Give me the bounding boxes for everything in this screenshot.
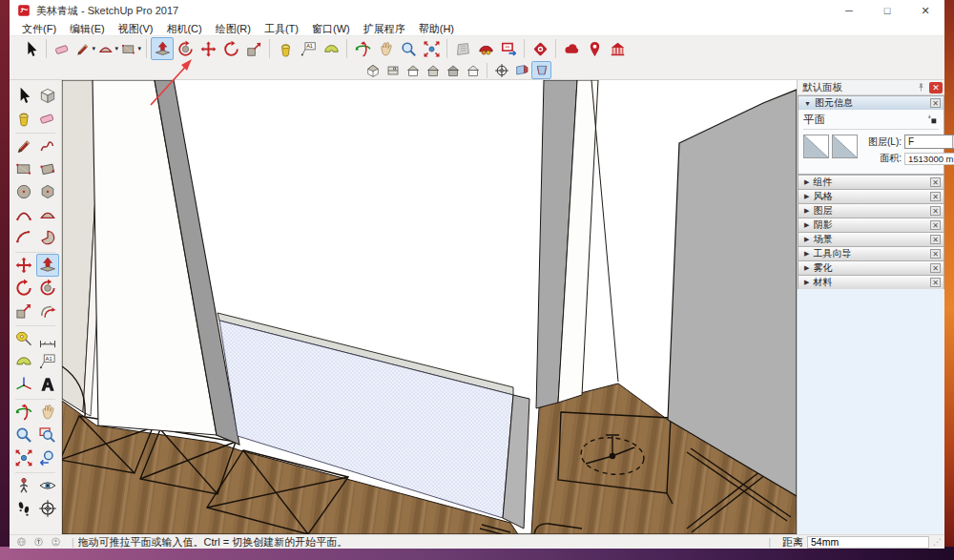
protractor-tool-icon[interactable] bbox=[320, 37, 342, 60]
left-view-icon[interactable] bbox=[463, 61, 483, 79]
previous-view-tool-icon[interactable] bbox=[36, 446, 59, 469]
make-component-icon[interactable] bbox=[36, 84, 59, 107]
panel-section-layers[interactable]: ▶图层✕ bbox=[798, 203, 944, 218]
text-tool-icon[interactable] bbox=[36, 350, 59, 373]
panel-section-shadows[interactable]: ▶阴影✕ bbox=[798, 218, 944, 232]
follow-me-tool-icon[interactable] bbox=[174, 37, 197, 60]
freehand-tool-icon[interactable] bbox=[36, 135, 59, 157]
line-tool-icon[interactable] bbox=[12, 135, 35, 157]
zoom-tool-icon[interactable] bbox=[12, 424, 35, 446]
tray-close-button[interactable]: ✕ bbox=[929, 82, 943, 93]
tape-measure-tool-icon[interactable] bbox=[12, 327, 35, 350]
circle-tool-icon[interactable] bbox=[12, 180, 35, 203]
toggle-details-icon[interactable] bbox=[926, 114, 939, 126]
three-point-arc-tool-icon[interactable] bbox=[12, 226, 35, 249]
walk-tool-icon[interactable] bbox=[12, 497, 35, 520]
menu-tools[interactable]: 工具(T) bbox=[258, 21, 305, 36]
panel-section-fog[interactable]: ▶雾化✕ bbox=[798, 260, 944, 275]
section-close-icon[interactable]: ✕ bbox=[930, 263, 941, 273]
entity-info-close-icon[interactable]: ✕ bbox=[930, 98, 941, 108]
back-view-icon[interactable] bbox=[443, 61, 463, 79]
front-material-swatch[interactable] bbox=[803, 135, 829, 158]
two-point-perspective-icon[interactable] bbox=[531, 61, 551, 79]
model-info-icon[interactable] bbox=[451, 37, 474, 60]
pan-tool-icon[interactable] bbox=[36, 401, 59, 424]
rectangle-tool-icon[interactable] bbox=[12, 157, 35, 180]
position-camera-tool-icon[interactable] bbox=[12, 474, 35, 497]
section-close-icon[interactable]: ✕ bbox=[930, 177, 941, 187]
look-at-icon[interactable] bbox=[491, 61, 511, 79]
axes-tool-icon[interactable] bbox=[12, 373, 35, 396]
viewport-3d-scene[interactable] bbox=[62, 80, 797, 534]
rotate-tool-icon[interactable] bbox=[219, 37, 242, 60]
rotate-tool-icon[interactable] bbox=[12, 277, 35, 300]
section-close-icon[interactable]: ✕ bbox=[930, 192, 941, 201]
push-pull-tool-icon[interactable] bbox=[36, 254, 59, 277]
scale-tool-icon[interactable] bbox=[242, 37, 265, 60]
section-plane-tool-icon[interactable] bbox=[36, 497, 59, 520]
menu-extensions[interactable]: 扩展程序 bbox=[357, 21, 412, 36]
3d-warehouse-cloud-icon[interactable] bbox=[560, 37, 583, 60]
panel-section-scenes[interactable]: ▶场景✕ bbox=[798, 232, 944, 246]
push-pull-tool-icon[interactable] bbox=[151, 37, 174, 60]
text-tool-icon[interactable] bbox=[297, 37, 320, 60]
sign-in-status-icon[interactable] bbox=[50, 536, 62, 549]
move-tool-icon[interactable] bbox=[197, 37, 219, 60]
panel-section-components[interactable]: ▶组件✕ bbox=[798, 175, 944, 189]
measurement-input[interactable] bbox=[807, 536, 929, 549]
rotated-rectangle-tool-icon[interactable] bbox=[36, 157, 59, 180]
menu-camera[interactable]: 相机(C) bbox=[159, 21, 208, 36]
select-tool-icon[interactable] bbox=[12, 84, 35, 107]
offset-tool-icon[interactable] bbox=[36, 300, 59, 322]
share-model-icon[interactable] bbox=[497, 37, 520, 60]
menu-help[interactable]: 帮助(H) bbox=[412, 21, 461, 36]
arc-tool-icon[interactable]: ▾ bbox=[96, 37, 119, 60]
layer-select[interactable]: F ▼ bbox=[904, 135, 954, 149]
zoom-window-tool-icon[interactable] bbox=[36, 424, 59, 446]
maximize-button[interactable]: □ bbox=[868, 0, 906, 21]
back-material-swatch[interactable] bbox=[832, 135, 858, 158]
arc-tool-icon[interactable] bbox=[12, 203, 35, 226]
add-location-icon[interactable] bbox=[583, 37, 606, 60]
section-close-icon[interactable]: ✕ bbox=[930, 235, 941, 244]
polygon-tool-icon[interactable] bbox=[36, 180, 59, 203]
top-view-icon[interactable] bbox=[383, 61, 403, 79]
look-around-tool-icon[interactable] bbox=[36, 474, 59, 497]
pin-icon[interactable] bbox=[916, 82, 926, 93]
panel-section-styles[interactable]: ▶风格✕ bbox=[798, 189, 944, 203]
orbit-tool-icon[interactable] bbox=[351, 37, 374, 60]
layout-icon[interactable] bbox=[606, 37, 629, 60]
menu-file[interactable]: 文件(F) bbox=[15, 21, 63, 36]
eraser-tool-icon[interactable] bbox=[36, 107, 59, 130]
minimize-button[interactable]: ─ bbox=[830, 0, 868, 21]
section-close-icon[interactable]: ✕ bbox=[930, 220, 941, 230]
paint-bucket-tool-icon[interactable] bbox=[12, 107, 35, 130]
line-tool-icon[interactable]: ▾ bbox=[73, 37, 96, 60]
close-button[interactable]: ✕ bbox=[906, 0, 944, 21]
zoom-tool-icon[interactable] bbox=[397, 37, 420, 60]
two-point-arc-tool-icon[interactable] bbox=[36, 203, 59, 226]
3d-warehouse-icon[interactable] bbox=[474, 37, 497, 60]
follow-me-tool-icon[interactable] bbox=[36, 277, 59, 300]
protractor-tool-icon[interactable] bbox=[12, 350, 35, 373]
dimension-tool-icon[interactable] bbox=[36, 327, 59, 350]
panel-section-instructor[interactable]: ▶工具向导✕ bbox=[798, 246, 944, 260]
section-close-icon[interactable]: ✕ bbox=[930, 206, 941, 216]
move-tool-icon[interactable] bbox=[12, 254, 35, 277]
scale-tool-icon[interactable] bbox=[12, 300, 35, 322]
pie-tool-icon[interactable] bbox=[36, 226, 59, 249]
menu-view[interactable]: 视图(V) bbox=[112, 21, 160, 36]
zoom-extents-tool-icon[interactable] bbox=[12, 446, 35, 469]
zoom-extents-tool-icon[interactable] bbox=[420, 37, 443, 60]
extension-warehouse-icon[interactable] bbox=[529, 37, 551, 60]
eraser-tool-icon[interactable] bbox=[51, 37, 73, 60]
select-tool-icon[interactable] bbox=[19, 37, 42, 60]
iso-view-icon[interactable] bbox=[363, 61, 383, 79]
menu-window[interactable]: 窗口(W) bbox=[305, 21, 357, 36]
3d-text-tool-icon[interactable] bbox=[36, 373, 59, 396]
section-close-icon[interactable]: ✕ bbox=[930, 249, 941, 259]
perspective-icon[interactable] bbox=[511, 61, 531, 79]
right-view-icon[interactable] bbox=[423, 61, 443, 79]
front-view-icon[interactable] bbox=[403, 61, 423, 79]
section-close-icon[interactable]: ✕ bbox=[930, 278, 941, 287]
